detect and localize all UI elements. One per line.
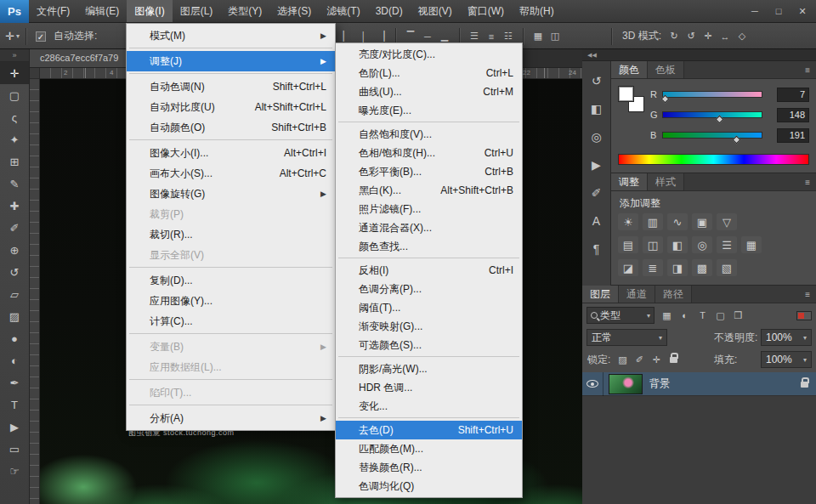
menu-item[interactable]: 颜色查找... (336, 237, 522, 256)
document-tab[interactable]: c286ca7ecc6f7a79 (30, 49, 129, 67)
gradient-tool[interactable]: ▨ (0, 305, 29, 327)
3d-slide-icon[interactable]: ↔ (717, 28, 734, 45)
menu-item[interactable]: 可选颜色(S)... (336, 336, 522, 354)
3d-drag-icon[interactable]: ✛ (700, 28, 717, 45)
posterize-adjustment-icon[interactable]: ≣ (643, 259, 663, 276)
menubar-item[interactable]: 编辑(E) (77, 0, 127, 22)
clone-stamp-tool[interactable]: ⊕ (0, 239, 29, 261)
shape-tool[interactable]: ▭ (0, 438, 29, 460)
fill-input[interactable]: 100% ▾ (761, 351, 812, 368)
tab-channels[interactable]: 通道 (619, 286, 655, 303)
minimize-button[interactable]: ─ (748, 6, 762, 16)
levels-adjustment-icon[interactable]: ▥ (643, 213, 663, 230)
close-button[interactable]: ✕ (796, 6, 809, 17)
menubar-item[interactable]: 图像(I) (127, 0, 172, 22)
blend-mode-select[interactable]: 正常 ▾ (586, 329, 667, 346)
menu-item[interactable]: 复制(D)... (127, 270, 335, 291)
tab-adjustments[interactable]: 调整 (611, 173, 648, 190)
auto-select-checkbox[interactable]: ✓ (36, 31, 46, 42)
gradient-map-adjustment-icon[interactable]: ▩ (692, 259, 712, 276)
lock-position-icon[interactable]: ✛ (648, 351, 665, 368)
tab-color[interactable]: 颜色 (611, 61, 648, 78)
channel-mixer-adjustment-icon[interactable]: ☰ (717, 236, 737, 253)
tab-layers[interactable]: 图层 (582, 286, 619, 303)
hue-saturation-adjustment-icon[interactable]: ▤ (618, 236, 638, 253)
filter-smart-objects-icon[interactable]: ❒ (729, 307, 747, 324)
menu-item[interactable]: 色相/饱和度(H)...Ctrl+U (336, 144, 522, 162)
healing-brush-tool[interactable]: ✚ (0, 195, 29, 217)
selective-color-adjustment-icon[interactable]: ▧ (717, 259, 737, 276)
3d-rotate-icon[interactable]: ↻ (666, 28, 683, 45)
path-selection-tool[interactable]: ▶ (0, 416, 29, 438)
dodge-tool[interactable]: ◐ (0, 349, 29, 371)
layer-row-background[interactable]: 背景 (582, 372, 816, 396)
dock-collapse-button[interactable]: ◀◀ (582, 49, 816, 61)
menu-item[interactable]: 阴影/高光(W)... (336, 360, 522, 378)
invert-adjustment-icon[interactable]: ◪ (618, 259, 638, 276)
vibrance-adjustment-icon[interactable]: ▽ (717, 213, 737, 230)
menu-item[interactable]: 亮度/对比度(C)... (336, 45, 522, 64)
auto-blend-layers-icon[interactable]: ◫ (547, 28, 564, 45)
menubar-item[interactable]: 图层(L) (173, 0, 221, 22)
lasso-tool[interactable]: ς (0, 106, 29, 128)
menu-item[interactable]: 自动对比度(U)Alt+Shift+Ctrl+L (127, 97, 335, 117)
filter-type-layers-icon[interactable]: T (694, 307, 711, 324)
menu-item[interactable]: 渐变映射(G)... (336, 317, 522, 336)
curves-adjustment-icon[interactable]: ∿ (667, 213, 688, 230)
filter-shape-layers-icon[interactable]: ▢ (711, 307, 729, 324)
actions-panel-icon[interactable]: ▶ (582, 150, 610, 178)
opacity-input[interactable]: 100% ▾ (761, 329, 812, 346)
blur-tool[interactable]: ● (0, 327, 29, 349)
channel-slider[interactable] (662, 111, 762, 118)
tab-styles[interactable]: 样式 (648, 173, 684, 190)
menu-item[interactable]: 模式(M)▶ (127, 25, 335, 46)
menu-item[interactable]: 照片滤镜(F)... (336, 200, 522, 218)
color-balance-adjustment-icon[interactable]: ◫ (643, 236, 663, 253)
filter-pixel-layers-icon[interactable]: ▦ (658, 307, 676, 324)
channel-slider[interactable] (662, 91, 762, 98)
hand-tool[interactable]: ☞ (0, 460, 29, 482)
menu-item[interactable]: 色阶(L)...Ctrl+L (336, 64, 522, 82)
exposure-adjustment-icon[interactable]: ▣ (692, 213, 712, 230)
color-spectrum-ramp[interactable] (618, 154, 809, 165)
channel-slider[interactable] (662, 132, 762, 139)
menu-item[interactable]: 自动颜色(O)Shift+Ctrl+B (127, 117, 335, 138)
menu-item[interactable]: 图像旋转(G)▶ (127, 184, 335, 204)
eyedropper-tool[interactable]: ✎ (0, 173, 29, 195)
foreground-color-swatch[interactable] (618, 86, 634, 102)
menu-item[interactable]: 反相(I)Ctrl+I (336, 261, 522, 280)
crop-tool[interactable]: ⊞ (0, 150, 29, 173)
tab-swatches[interactable]: 色板 (648, 61, 684, 78)
black-white-adjustment-icon[interactable]: ◧ (667, 236, 688, 253)
menu-item[interactable]: 调整(J)▶ (127, 51, 335, 71)
menu-item[interactable]: 自然饱和度(V)... (336, 125, 522, 144)
menu-item[interactable]: 应用图像(Y)... (127, 291, 335, 311)
eraser-tool[interactable]: ▱ (0, 283, 29, 305)
menu-item[interactable]: 色调分离(P)... (336, 280, 522, 298)
menu-item[interactable]: 分析(A)▶ (127, 408, 335, 428)
slider-handle-icon[interactable] (733, 136, 741, 144)
menu-item[interactable]: 裁切(R)... (127, 224, 335, 245)
character-panel-icon[interactable]: A (582, 207, 610, 235)
menubar-item[interactable]: 选择(S) (269, 0, 319, 22)
menu-item[interactable]: 去色(D)Shift+Ctrl+U (336, 421, 522, 439)
3d-roll-icon[interactable]: ↺ (683, 28, 700, 45)
channel-value[interactable]: 7 (777, 88, 809, 102)
foreground-background-swatches[interactable] (618, 86, 647, 115)
history-brush-tool[interactable]: ↺ (0, 261, 29, 283)
channel-value[interactable]: 148 (777, 108, 809, 122)
layer-visibility-cell[interactable] (582, 372, 604, 396)
menu-item[interactable]: HDR 色调... (336, 378, 522, 397)
menu-item[interactable]: 曝光度(E)... (336, 101, 522, 120)
menu-item[interactable]: 阈值(T)... (336, 298, 522, 317)
menu-item[interactable]: 色彩平衡(B)...Ctrl+B (336, 162, 522, 181)
layer-thumbnail[interactable] (609, 374, 643, 394)
menu-item[interactable]: 变化... (336, 397, 522, 416)
filter-adjustment-layers-icon[interactable]: ◐ (676, 307, 694, 324)
3d-scale-icon[interactable]: ◇ (734, 28, 751, 45)
menu-item[interactable]: 黑白(K)...Alt+Shift+Ctrl+B (336, 181, 522, 200)
brush-tool[interactable]: ✐ (0, 217, 29, 239)
menu-item[interactable]: 匹配颜色(M)... (336, 439, 522, 458)
quick-selection-tool[interactable]: ✦ (0, 128, 29, 150)
toolbar-expand-button[interactable]: » (0, 49, 29, 62)
